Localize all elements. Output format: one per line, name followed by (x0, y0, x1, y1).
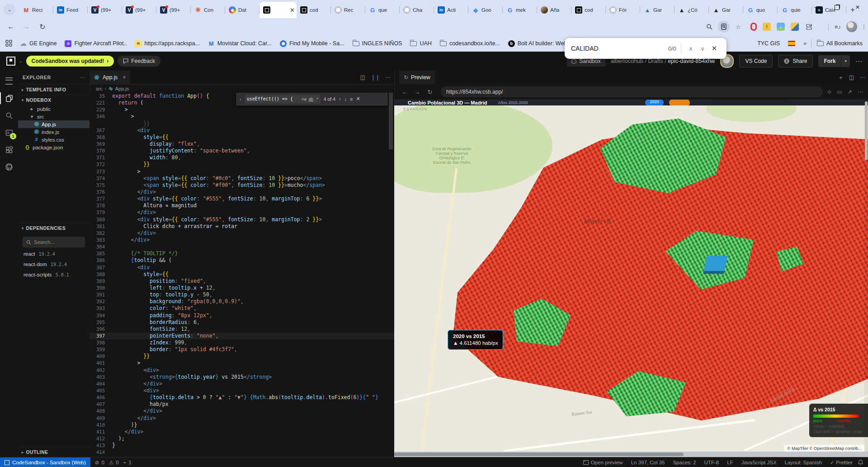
code-line-378[interactable]: 378 Altura ∝ magnitud (90, 202, 394, 209)
tab-close-icon[interactable]: ✕ (290, 7, 295, 14)
explorer-more-icon[interactable]: ⋯ (80, 75, 85, 80)
share-button[interactable]: Share (778, 55, 813, 67)
terminal-icon[interactable]: 1 (0, 124, 18, 141)
bookmark-codesandbox-io-te-[interactable]: codesandbox.io/te... (440, 40, 500, 47)
back-icon[interactable]: ← (5, 20, 17, 33)
fork-chevron-icon[interactable]: ▾ (841, 55, 850, 67)
code-line-229[interactable]: 229 > (90, 106, 394, 113)
browser-tab-quo[interactable]: Gquo (743, 2, 778, 18)
code-line-391[interactable]: 391 top: tooltip.y - 50, (90, 291, 394, 298)
forward-icon[interactable]: → (20, 20, 33, 33)
toggle-replace-icon[interactable]: › (240, 96, 241, 102)
code-line-390[interactable]: 390 left: tooltip.x + 12, (90, 285, 394, 291)
all-bookmarks[interactable]: All Bookmarks (817, 40, 863, 47)
code-line-405[interactable]: 405 <div> (90, 387, 394, 394)
browser-tab-Gar[interactable]: ▲Gar (640, 2, 675, 18)
preview-inspect-icon[interactable]: ⊹ (827, 89, 832, 95)
profile-avatar[interactable] (846, 21, 857, 32)
code-line-404[interactable]: 404 </div> (90, 381, 394, 387)
translate-icon[interactable]: ↓ (777, 23, 785, 31)
find-widget-close-icon[interactable]: ✕ (356, 96, 360, 102)
section-nodebox[interactable]: ▾NODEBOX (18, 95, 90, 105)
project-breadcrumb[interactable]: albertocohub / Drafts / epic-david-854xh… (611, 58, 715, 64)
preview-external-icon[interactable]: ↗ (848, 89, 852, 95)
code-line-414[interactable]: 414 (90, 449, 394, 456)
code-line-398[interactable]: 398 zIndex: 999, (90, 339, 394, 346)
code-line-369[interactable]: 369 display: "flex", (90, 141, 394, 148)
preview-url[interactable]: https://854xhw.csb.app/ (441, 86, 823, 97)
toggle-panel-icon[interactable]: ◫ (360, 74, 365, 81)
browser-tab-(99+[interactable]: V(99+ (88, 2, 122, 18)
extensions-icon[interactable] (0, 141, 18, 158)
find-in-selection-icon[interactable]: ≡ (350, 96, 353, 102)
code-line-387[interactable]: 387 <div (90, 264, 394, 271)
fork-button[interactable]: Fork ▾ (818, 55, 850, 67)
split-editor-icon[interactable]: ❘❘ (371, 74, 380, 81)
code-line-410[interactable]: 410 )} (90, 422, 394, 429)
code-line-397[interactable]: 397 pointerEvents: "none", (90, 333, 394, 339)
map-year-button[interactable]: 2020 (645, 100, 663, 105)
section-dependencies[interactable]: ▾DEPENDENCIES (18, 223, 90, 233)
preview-forward-icon[interactable]: → (411, 86, 424, 98)
file-index-js[interactable]: index.js (18, 128, 90, 136)
close-button[interactable]: ✕ (847, 0, 868, 14)
section-outline[interactable]: ▸OUTLINE (18, 447, 97, 457)
status-item-6[interactable]: Layout: Spanish (785, 460, 822, 465)
dependency-search-input[interactable]: Search... (23, 237, 85, 248)
status-item-1[interactable]: Ln 397, Col 35 (631, 460, 665, 465)
code-editor[interactable]: 35export default function App() {221 ret… (90, 93, 394, 457)
browser-tab-Con[interactable]: ✳Con (191, 2, 225, 18)
update-pill[interactable]: CodeSandbox was updated!› (26, 56, 114, 67)
dependency-react-dom[interactable]: react-dom19.2.4 (18, 262, 90, 272)
vscode-button[interactable]: VS Code (739, 55, 773, 67)
browser-tab-active[interactable]: ✕ (259, 2, 297, 18)
menu-icon[interactable] (0, 72, 18, 90)
apps-grid-icon[interactable] (5, 40, 12, 47)
code-line-379[interactable]: 379 </div> (90, 209, 394, 216)
edit-icon[interactable] (791, 23, 799, 31)
minimize-button[interactable]: ─ (806, 0, 826, 14)
browser-tab-Feed[interactable]: inFeed (53, 2, 88, 18)
find-query-input[interactable]: CALIDAD (571, 45, 668, 52)
bookmark-uah[interactable]: UAH (410, 40, 431, 47)
preview-hscrollbar-thumb[interactable] (394, 453, 684, 456)
maximize-button[interactable] (826, 0, 847, 14)
code-line-392[interactable]: 392 background: "rgba(0,0,0,0.9)", (90, 298, 394, 305)
file-styles-css[interactable]: #styles.css (18, 136, 90, 143)
code-line-382[interactable]: 382 </div> (90, 230, 394, 237)
code-line-375[interactable]: 375 <span style={{ color: "#f00", fontSi… (90, 182, 394, 189)
github-icon[interactable] (0, 158, 18, 176)
whole-word-icon[interactable]: ab (309, 97, 313, 101)
tab-preview[interactable]: ↻ Preview (399, 71, 435, 84)
find-in-page-icon[interactable] (718, 21, 730, 33)
header-more-icon[interactable]: ⋯ (855, 57, 863, 66)
map-preview[interactable]: ESTACIÓN Zona de RegeneraciónForestal y … (394, 100, 868, 452)
feedback-button[interactable]: Feedback (118, 56, 160, 67)
tab-appjs[interactable]: App.js × (90, 71, 130, 84)
preview-responsive-icon[interactable]: ▭ (837, 89, 842, 95)
preview-more-icon[interactable]: ⋯ (859, 74, 865, 81)
code-line-372[interactable]: 372 }} (90, 161, 394, 168)
browser-tab-Reci[interactable]: MReci (19, 2, 53, 18)
code-line-373[interactable]: 373 > (90, 168, 394, 175)
file-public[interactable]: ▸public (18, 105, 90, 113)
preview-back-icon[interactable]: ← (398, 86, 411, 98)
code-line-389[interactable]: 389 position: "fixed", (90, 278, 394, 285)
files-icon[interactable] (0, 90, 18, 107)
find-prev-match-icon[interactable]: ↑ (339, 96, 341, 102)
code-line-413[interactable]: 413} (90, 442, 394, 449)
map-attribution[interactable]: © MapTiler © OpenStreetMap contrib... (784, 445, 864, 452)
code-line-401[interactable]: 401 > (90, 360, 394, 367)
browser-tab-Dat[interactable]: ◈Dat (225, 2, 259, 18)
dependency-react[interactable]: react19.2.4 (18, 251, 90, 262)
browser-tab-cod[interactable]: cod (297, 2, 331, 18)
browser-tab-(99+[interactable]: V(99+ (122, 2, 156, 18)
notifications-bell-icon[interactable] (858, 459, 863, 466)
warning-count[interactable]: ⚠0 (109, 459, 119, 466)
codesandbox-logo-icon[interactable] (6, 57, 15, 66)
code-line-409[interactable]: 409 </div> (90, 415, 394, 422)
code-line-395[interactable]: 395 borderRadius: 6, (90, 319, 394, 326)
preview-add-icon[interactable]: ＋ (838, 74, 844, 81)
bookmark-star-icon[interactable]: ☆ (732, 21, 744, 33)
code-line-377[interactable]: 377 <div style={{ color: "#555", fontSiz… (90, 195, 394, 202)
